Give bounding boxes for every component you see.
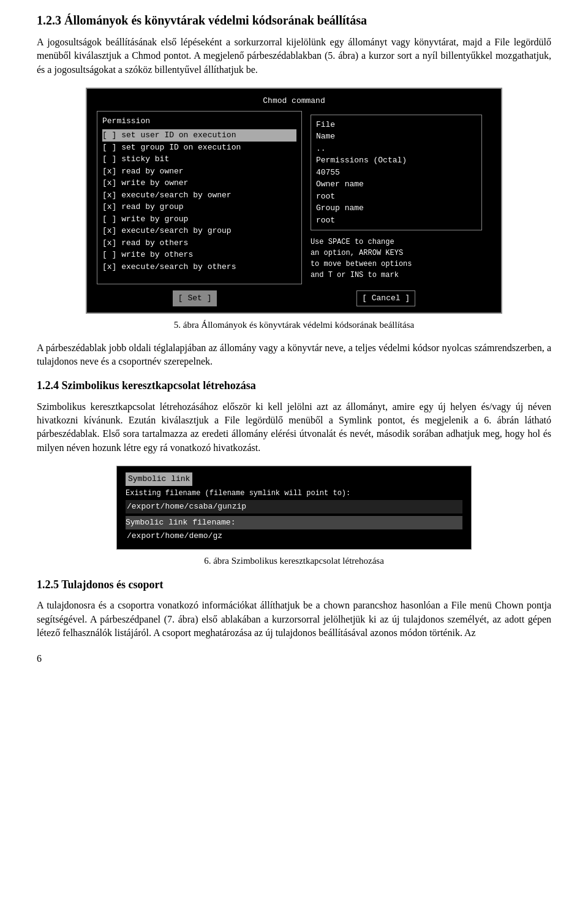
perm-row-5: [x] execute/search by owner xyxy=(102,189,296,202)
symlink-field2-label: Symbolic link filename: xyxy=(126,516,462,529)
page-number: 6 xyxy=(37,652,551,665)
symlink-field1-value: /export/home/csaba/gunzip xyxy=(126,500,462,514)
group-label: Group name xyxy=(316,202,477,214)
chmod-instructions: Use SPACE to change an option, ARROW KEY… xyxy=(311,237,482,281)
perm-row-6: [x] read by group xyxy=(102,201,296,213)
permission-section-title: Permission xyxy=(102,115,296,127)
perm-octal-value: 40755 xyxy=(316,167,477,179)
file-name-value: .. xyxy=(316,143,477,155)
paragraph-4: A tulajdonosra és a csoportra vonatkozó … xyxy=(37,599,551,640)
symlink-field2-value: /export/home/demo/gz xyxy=(126,529,462,543)
paragraph-2: A párbeszédablak jobb oldali téglalapjáb… xyxy=(37,341,551,369)
chmod-terminal-box: Chmod command Permission [ ] set user ID… xyxy=(86,88,502,314)
paragraph-1: A jogosultságok beállításának első lépés… xyxy=(37,36,551,77)
perm-row-1: [ ] set group ID on execution xyxy=(102,142,296,154)
section3-heading: 1.2.5 Tulajdonos és csoport xyxy=(37,577,551,593)
cancel-button[interactable]: [ Cancel ] xyxy=(356,290,415,306)
group-value: root xyxy=(316,214,477,227)
fig6-caption: 6. ábra Szimbolikus keresztkapcsolat lét… xyxy=(37,555,551,567)
perm-row-3: [x] read by owner xyxy=(102,165,296,178)
symlink-terminal-box: Symbolic link Existing filename (filenam… xyxy=(116,466,472,550)
paragraph-3: Szimbolikus keresztkapcsolat létrehozásá… xyxy=(37,400,551,455)
perm-row-4: [x] write by owner xyxy=(102,177,296,189)
chmod-dialog-inner: Permission [ ] set user ID on execution … xyxy=(97,111,491,285)
file-name-label: Name xyxy=(316,131,477,143)
section2-heading: 1.2.4 Szimbolikus keresztkapcsolat létre… xyxy=(37,378,551,393)
fig5-caption: 5. ábra Állományok és könyvtárak védelmi… xyxy=(37,319,551,332)
chmod-figure: Chmod command Permission [ ] set user ID… xyxy=(37,88,551,314)
perm-row-2: [ ] sticky bit xyxy=(102,153,296,165)
file-section-title: File xyxy=(316,119,477,131)
symlink-field1-label: Existing filename (filename symlink will… xyxy=(126,487,462,499)
file-info-box: File Name .. Permissions (Octal) 40755 O… xyxy=(311,115,482,231)
perm-row-11: [x] execute/search by others xyxy=(102,261,296,273)
perm-row-9: [x] read by others xyxy=(102,237,296,249)
symlink-figure: Symbolic link Existing filename (filenam… xyxy=(37,466,551,550)
chmod-file-panel: File Name .. Permissions (Octal) 40755 O… xyxy=(306,111,487,285)
perm-row-10: [ ] write by others xyxy=(102,249,296,261)
chmod-buttons: [ Set ] [ Cancel ] xyxy=(97,290,491,306)
perm-row-7: [ ] write by group xyxy=(102,213,296,226)
owner-value: root xyxy=(316,191,477,203)
owner-label: Owner name xyxy=(316,178,477,191)
chmod-permission-panel: Permission [ ] set user ID on execution … xyxy=(97,111,302,285)
perm-row-0: [ ] set user ID on execution xyxy=(102,129,296,142)
perm-row-8: [x] execute/search by group xyxy=(102,225,296,237)
perm-octal-label: Permissions (Octal) xyxy=(316,154,477,167)
page-title: 1.2.3 Állományok és könyvtárak védelmi k… xyxy=(37,12,551,28)
symlink-dialog-title: Symbolic link xyxy=(126,472,192,486)
set-button[interactable]: [ Set ] xyxy=(173,290,217,306)
chmod-dialog-title: Chmod command xyxy=(97,95,491,107)
